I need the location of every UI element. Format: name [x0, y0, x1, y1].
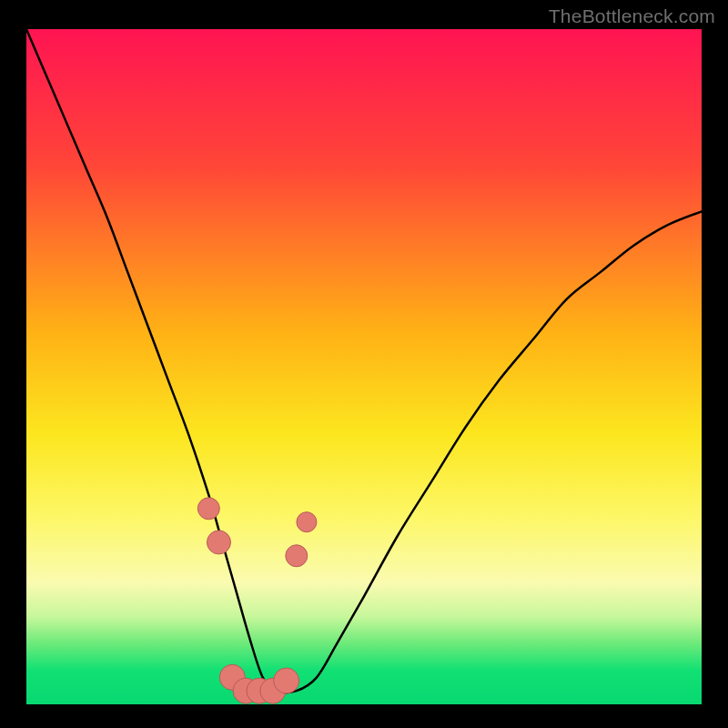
highlight-dot: [197, 498, 219, 520]
gradient-background: [26, 29, 702, 704]
highlight-dot: [297, 512, 317, 532]
chart-canvas: TheBottleneck.com: [0, 0, 728, 728]
highlight-dot: [286, 545, 308, 567]
watermark-text: TheBottleneck.com: [549, 5, 715, 27]
plot-svg: [0, 0, 728, 728]
highlight-dot: [207, 531, 230, 554]
highlight-dot: [274, 668, 299, 693]
